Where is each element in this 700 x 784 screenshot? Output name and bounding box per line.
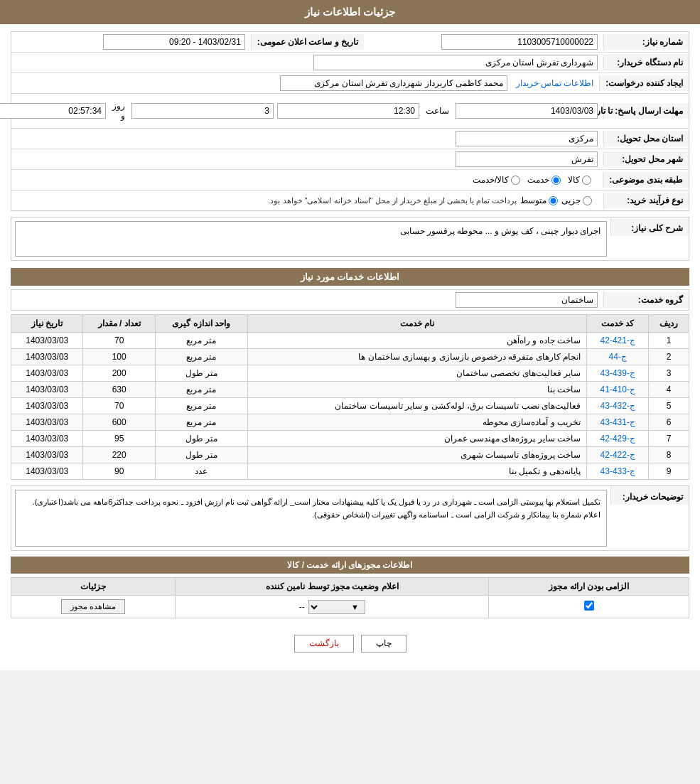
cell-row: 4 bbox=[649, 382, 689, 398]
services-tbody: 1 ج-421-42 ساخت جاده و راه‌آهن متر مربع … bbox=[11, 333, 689, 480]
province-input[interactable] bbox=[456, 131, 598, 146]
description-container: اجرای دیوار چینی ، کف پوش و ... محوطه پر… bbox=[11, 218, 610, 260]
buyer-name-row: نام دستگاه خریدار: bbox=[11, 53, 689, 73]
cell-qty: 220 bbox=[83, 447, 155, 463]
city-input[interactable] bbox=[456, 151, 598, 167]
radio-kala-khedmat-input[interactable] bbox=[511, 176, 520, 185]
permits-tbody: ▼ -- مشاهده مجوز bbox=[11, 596, 689, 618]
cell-row: 1 bbox=[649, 333, 689, 349]
cell-date: 1403/03/03 bbox=[11, 349, 83, 365]
description-label: شرح کلی نیاز: bbox=[610, 218, 689, 236]
radio-jozee-label: جزیی bbox=[561, 195, 581, 205]
buyer-name-input[interactable] bbox=[313, 55, 598, 70]
radio-khedmat[interactable]: خدمت bbox=[527, 175, 561, 185]
cell-qty: 90 bbox=[83, 463, 155, 480]
category-value: کالا خدمت کالا/خدمت bbox=[11, 170, 603, 190]
page-title: جزئیات اطلاعات نیاز bbox=[305, 6, 395, 18]
action-buttons: چاپ بازگشت bbox=[11, 624, 689, 663]
cell-name: پایانه‌دهی و تکمیل بنا bbox=[247, 463, 586, 480]
services-table: ردیف کد خدمت نام خدمت واحد اندازه گیری ت… bbox=[11, 314, 689, 480]
services-table-header-row: ردیف کد خدمت نام خدمت واحد اندازه گیری ت… bbox=[11, 315, 689, 333]
table-row: 8 ج-422-42 ساخت پروژه‌های تاسیسات شهری م… bbox=[11, 447, 689, 463]
permit-status-select[interactable]: ▼ bbox=[308, 600, 365, 614]
col-date: تاریخ نیاز bbox=[11, 315, 83, 333]
group-value bbox=[11, 290, 603, 310]
cell-code: ج-429-42 bbox=[587, 431, 649, 447]
deadline-date-input[interactable] bbox=[456, 103, 598, 119]
col-unit: واحد اندازه گیری bbox=[155, 315, 247, 333]
radio-jozee[interactable]: جزیی bbox=[561, 195, 592, 205]
cell-name: ساخت بنا bbox=[247, 382, 586, 398]
group-row: گروه خدمت: bbox=[11, 289, 689, 311]
creator-input[interactable] bbox=[280, 75, 507, 91]
purchase-type-row: نوع فرآیند خرید: جزیی متوسط پرداخت تمام … bbox=[11, 190, 689, 210]
radio-kala-khedmat-label: کالا/خدمت bbox=[473, 175, 509, 185]
page-header: جزئیات اطلاعات نیاز bbox=[0, 0, 700, 24]
view-permit-button[interactable]: مشاهده مجوز bbox=[61, 599, 125, 614]
radio-kala-khedmat[interactable]: کالا/خدمت bbox=[473, 175, 520, 185]
deadline-remaining-input[interactable] bbox=[0, 103, 106, 119]
cell-code: ج-421-42 bbox=[587, 333, 649, 349]
province-row: استان محل تحویل: bbox=[11, 129, 689, 149]
cell-row: 7 bbox=[649, 431, 689, 447]
description-box: اجرای دیوار چینی ، کف پوش و ... محوطه پر… bbox=[15, 221, 607, 257]
cell-unit: متر طول bbox=[155, 431, 247, 447]
cell-date: 1403/03/03 bbox=[11, 365, 83, 382]
services-section-header: اطلاعات خدمات مورد نیاز bbox=[11, 268, 689, 286]
deadline-time-input[interactable] bbox=[277, 103, 419, 119]
radio-khedmat-input[interactable] bbox=[551, 176, 561, 185]
permit-required-checkbox[interactable] bbox=[584, 601, 594, 611]
radio-motavasset-input[interactable] bbox=[549, 196, 558, 205]
cell-unit: متر طول bbox=[155, 447, 247, 463]
print-button[interactable]: چاپ bbox=[361, 635, 406, 653]
announcement-value bbox=[11, 32, 251, 52]
cell-code: ج-439-43 bbox=[587, 365, 649, 382]
radio-kala-label: کالا bbox=[568, 175, 580, 185]
radio-kala[interactable]: کالا bbox=[568, 175, 591, 185]
table-row: 5 ج-432-43 فعالیت‌های نصب تاسیسات برق، ل… bbox=[11, 398, 689, 414]
cell-unit: متر طول bbox=[155, 365, 247, 382]
cell-qty: 100 bbox=[83, 349, 155, 365]
cell-name: ساخت پروژه‌های تاسیسات شهری bbox=[247, 447, 586, 463]
time-label: ساعت bbox=[423, 106, 452, 116]
col-details: جزئیات bbox=[11, 578, 176, 596]
cell-code: ج-432-43 bbox=[587, 398, 649, 414]
buyer-notes-text: تکمیل استعلام بها پیوستی الزامی است ـ شه… bbox=[33, 498, 601, 519]
buyer-notes-label: توضیحات خریدار: bbox=[610, 486, 689, 505]
creator-row: ایجاد کننده درخواست: اطلاعات تماس خریدار bbox=[11, 73, 689, 94]
permit-row-1: ▼ -- مشاهده مجوز bbox=[11, 596, 689, 618]
cell-date: 1403/03/03 bbox=[11, 431, 83, 447]
creator-link[interactable]: اطلاعات تماس خریدار bbox=[516, 78, 594, 88]
buyer-name-value bbox=[11, 53, 603, 73]
need-number-input[interactable] bbox=[441, 34, 598, 50]
group-input[interactable] bbox=[456, 292, 598, 308]
cell-name: سایر فعالیت‌های تخصصی ساختمان bbox=[247, 365, 586, 382]
cell-qty: 200 bbox=[83, 365, 155, 382]
cell-code: ج-433-43 bbox=[587, 463, 649, 480]
page-wrapper: جزئیات اطلاعات نیاز شماره نیاز: تاریخ و … bbox=[0, 0, 700, 670]
col-code: کد خدمت bbox=[587, 315, 649, 333]
description-text: اجرای دیوار چینی ، کف پوش و ... محوطه پر… bbox=[400, 226, 601, 236]
main-info-section: شماره نیاز: تاریخ و ساعت اعلان عمومی: نا… bbox=[11, 31, 689, 211]
cell-date: 1403/03/03 bbox=[11, 447, 83, 463]
group-label: گروه خدمت: bbox=[603, 292, 689, 308]
radio-jozee-input[interactable] bbox=[583, 196, 592, 205]
days-label: روز و bbox=[109, 101, 128, 121]
deadline-days-input[interactable] bbox=[131, 103, 274, 119]
permits-header-row: الزامی بودن ارائه مجوز اعلام وضعیت مجوز … bbox=[11, 578, 689, 596]
back-button[interactable]: بازگشت bbox=[294, 635, 354, 653]
col-required: الزامی بودن ارائه مجوز bbox=[489, 578, 689, 596]
cell-date: 1403/03/03 bbox=[11, 398, 83, 414]
cell-row: 8 bbox=[649, 447, 689, 463]
radio-motavasset[interactable]: متوسط bbox=[520, 195, 558, 205]
radio-kala-input[interactable] bbox=[582, 176, 591, 185]
col-qty: تعداد / مقدار bbox=[83, 315, 155, 333]
buyer-notes-section: توضیحات خریدار: تکمیل استعلام بها پیوستی… bbox=[11, 485, 689, 551]
purchase-type-label: نوع فرآیند خرید: bbox=[603, 193, 689, 208]
table-row: 3 ج-439-43 سایر فعالیت‌های تخصصی ساختمان… bbox=[11, 365, 689, 382]
table-row: 9 ج-433-43 پایانه‌دهی و تکمیل بنا عدد 90… bbox=[11, 463, 689, 480]
cell-qty: 70 bbox=[83, 333, 155, 349]
permit-status-cell: ▼ -- bbox=[176, 596, 489, 618]
cell-code: ج-422-42 bbox=[587, 447, 649, 463]
announcement-input[interactable] bbox=[103, 34, 245, 50]
